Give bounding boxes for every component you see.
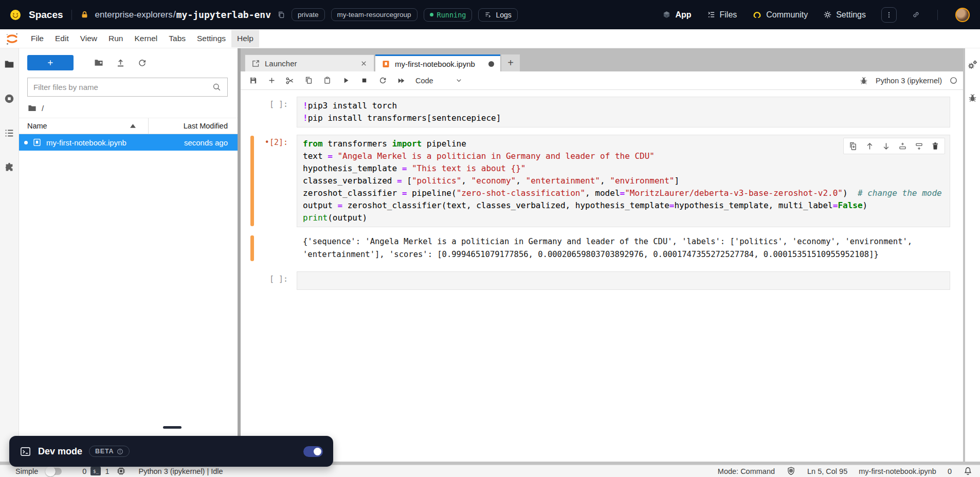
file-browser-tab-icon[interactable]: [4, 59, 15, 70]
extension-manager-tab-icon[interactable]: [4, 162, 15, 173]
repo-name-link[interactable]: my-jupyterlab-env: [176, 9, 271, 20]
duplicate-cell-button[interactable]: [847, 140, 859, 152]
dev-terminal-icon: [20, 446, 31, 457]
breadcrumb: /: [19, 97, 238, 118]
tab-notebook[interactable]: my-first-notebook.ipynb: [375, 54, 500, 71]
kernel-chip-icon: [116, 466, 126, 476]
new-folder-button[interactable]: [88, 55, 110, 70]
kernels-count[interactable]: 1: [105, 467, 109, 475]
user-avatar[interactable]: [955, 8, 970, 22]
nav-settings[interactable]: Settings: [823, 10, 866, 20]
nav-app[interactable]: App: [662, 10, 691, 20]
kernel-name[interactable]: Python 3 (ipykernel): [876, 77, 942, 85]
notebook-file-icon: [32, 138, 42, 147]
namespace-slash: /: [173, 9, 176, 20]
refresh-button[interactable]: [131, 55, 153, 70]
notification-bell-icon[interactable]: [963, 466, 973, 476]
save-button[interactable]: [244, 73, 262, 88]
move-cell-up-button[interactable]: [863, 140, 876, 152]
trust-shield-icon[interactable]: [786, 466, 796, 476]
filter-files-input[interactable]: [33, 83, 212, 91]
code-editor[interactable]: [297, 271, 950, 290]
insert-cell-button[interactable]: [262, 73, 281, 88]
restart-kernel-button[interactable]: [373, 73, 392, 88]
upload-button[interactable]: [110, 55, 131, 70]
dev-mode-label: Dev mode: [38, 446, 82, 457]
more-options-button[interactable]: [881, 7, 897, 23]
restart-run-all-button[interactable]: [392, 73, 410, 88]
main-dock: Launcher my-first-notebook.ipynb +: [241, 48, 963, 477]
breadcrumb-root[interactable]: /: [42, 104, 44, 113]
output-text: {'sequence': 'Angela Merkel is a politic…: [297, 234, 950, 262]
column-header-name[interactable]: Name: [19, 118, 148, 134]
kernel-status-text[interactable]: Python 3 (ipykernel) | Idle: [138, 467, 223, 475]
namespace-link[interactable]: enterprise-explorers: [95, 10, 173, 20]
copy-cells-button[interactable]: [299, 73, 318, 88]
logs-icon: [484, 11, 492, 19]
menu-help[interactable]: Help: [231, 30, 259, 47]
logs-button[interactable]: Logs: [478, 8, 517, 22]
move-cell-down-button[interactable]: [880, 140, 892, 152]
cell-type-dropdown[interactable]: Code: [415, 77, 463, 85]
menu-run[interactable]: Run: [103, 30, 129, 47]
simple-mode-toggle[interactable]: [46, 468, 62, 475]
nav-community[interactable]: Community: [752, 10, 808, 20]
file-browser-panel: / Name Last Modified my-first-notebook.i…: [19, 48, 238, 477]
delete-cell-button[interactable]: [929, 140, 941, 152]
dock-tab-bar: Launcher my-first-notebook.ipynb +: [241, 48, 963, 71]
menu-tabs[interactable]: Tabs: [163, 30, 191, 47]
paste-cells-button[interactable]: [318, 73, 336, 88]
huggingface-logo-icon[interactable]: [9, 9, 22, 21]
kebab-icon: [885, 11, 893, 19]
active-cell-collapser[interactable]: [250, 136, 254, 226]
running-status-badge[interactable]: Running: [424, 8, 473, 22]
cursor-position[interactable]: Ln 5, Col 95: [807, 467, 847, 475]
terminals-count[interactable]: 0: [82, 467, 86, 475]
notebook-icon: [382, 60, 390, 68]
panel-drag-handle[interactable]: [163, 426, 182, 429]
interrupt-kernel-button[interactable]: [355, 73, 373, 88]
menu-file[interactable]: File: [25, 30, 49, 47]
insert-cell-below-button[interactable]: [913, 140, 925, 152]
close-tab-icon[interactable]: [360, 60, 368, 67]
simple-mode-label: Simple: [15, 467, 38, 475]
output-collapser[interactable]: [250, 235, 254, 261]
unsaved-indicator-dot[interactable]: [488, 61, 494, 67]
nav-files[interactable]: Files: [707, 10, 737, 20]
tab-launcher[interactable]: Launcher: [245, 54, 374, 71]
menu-settings[interactable]: Settings: [191, 30, 231, 47]
menu-edit[interactable]: Edit: [49, 30, 75, 47]
copy-repo-icon[interactable]: [277, 11, 285, 19]
running-kernels-tab-icon[interactable]: [4, 93, 15, 104]
code-editor[interactable]: !pip3 install torch!pip install transfor…: [297, 97, 950, 127]
share-link-icon[interactable]: [912, 11, 920, 19]
toggle-knob: [314, 448, 321, 455]
new-tab-button[interactable]: +: [501, 54, 520, 71]
new-launcher-button[interactable]: [27, 55, 74, 70]
menu-view[interactable]: View: [75, 30, 103, 47]
file-modified: seconds ago: [148, 138, 238, 147]
table-of-contents-tab-icon[interactable]: [4, 127, 15, 139]
home-folder-icon[interactable]: [27, 103, 37, 113]
notifications-count[interactable]: 0: [948, 467, 952, 475]
info-icon[interactable]: [117, 448, 123, 455]
menu-kernel[interactable]: Kernel: [129, 30, 163, 47]
file-row-selected[interactable]: my-first-notebook.ipynb seconds ago: [19, 134, 238, 151]
debugger-bug-icon[interactable]: [859, 76, 868, 85]
cell-rail: [241, 97, 254, 127]
property-inspector-tab-icon[interactable]: [967, 60, 978, 70]
kernel-status-icon[interactable]: [949, 76, 958, 85]
unsaved-file-dot: [24, 141, 28, 144]
run-cell-button[interactable]: [336, 73, 355, 88]
dev-mode-panel: Dev mode BETA: [9, 436, 333, 467]
column-header-modified[interactable]: Last Modified: [148, 118, 238, 134]
dev-mode-toggle[interactable]: [303, 446, 323, 457]
command-mode-indicator[interactable]: Mode: Command: [718, 467, 775, 475]
spaces-brand[interactable]: Spaces: [29, 9, 63, 21]
notebook-content: [ ]: !pip3 install torch!pip install tra…: [241, 90, 963, 477]
debugger-tab-icon[interactable]: [968, 93, 977, 103]
jupyter-logo-icon: [5, 32, 19, 46]
cut-cells-button[interactable]: [281, 73, 299, 88]
resource-group-badge[interactable]: my-team-resourcegroup: [331, 8, 418, 21]
insert-cell-above-button[interactable]: [896, 140, 909, 152]
